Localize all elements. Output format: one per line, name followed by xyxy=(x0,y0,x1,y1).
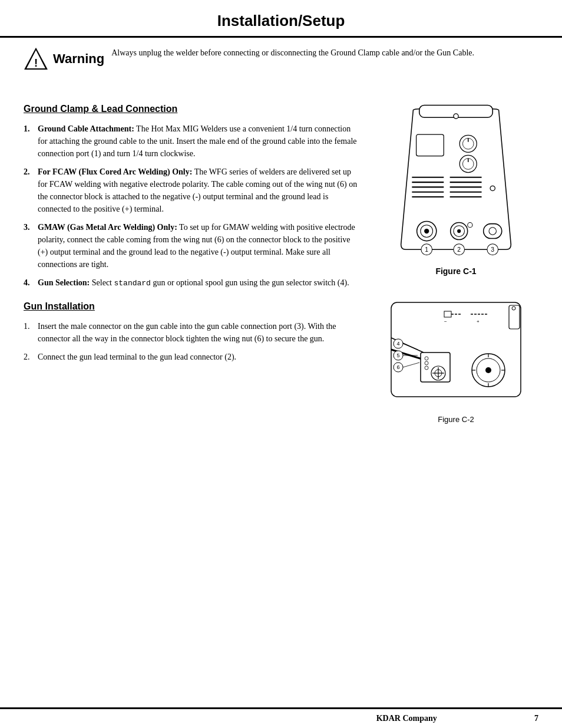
list-num: 4. xyxy=(24,276,34,289)
section1-list: 1. Ground Cable Attachment: The Hot Max … xyxy=(24,123,362,289)
section2-list: 1. Insert the male connector on the gun … xyxy=(24,320,362,363)
warning-section: ! Warning Always unplug the welder befor… xyxy=(0,38,562,80)
page-header: Installation/Setup xyxy=(0,0,562,38)
svg-point-41 xyxy=(512,307,515,310)
svg-text:3: 3 xyxy=(491,246,494,253)
warning-icon-wrap: ! Warning xyxy=(24,47,104,71)
item3-bold: GMAW (Gas Metal Arc Welding) Only: xyxy=(38,223,177,232)
warning-title: Warning xyxy=(53,51,104,67)
svg-point-55 xyxy=(425,361,428,365)
list-item: 3. GMAW (Gas Metal Arc Welding) Only: To… xyxy=(24,221,362,271)
item4-text1: Select xyxy=(92,278,114,287)
page-title: Installation/Setup xyxy=(24,12,538,30)
item2-bold: For FCAW (Flux Cored Arc Welding) Only: xyxy=(38,167,192,176)
list-content: Connect the gun lead terminal to the gun… xyxy=(38,351,236,363)
svg-point-5 xyxy=(454,114,458,118)
list-num: 2. xyxy=(24,166,34,215)
list-item: 2. Connect the gun lead terminal to the … xyxy=(24,351,362,363)
page-container: Installation/Setup ! Warning Always unpl… xyxy=(0,0,562,728)
list-content: For FCAW (Flux Cored Arc Welding) Only: … xyxy=(38,166,362,215)
item4-code: standard xyxy=(114,279,151,288)
svg-text:4: 4 xyxy=(396,341,399,347)
svg-point-56 xyxy=(425,366,428,370)
list-num: 1. xyxy=(24,123,34,160)
list-content: GMAW (Gas Metal Arc Welding) Only: To se… xyxy=(38,221,362,271)
list-num: 3. xyxy=(24,221,34,271)
list-content: Gun Selection: Select standard gun or op… xyxy=(38,276,362,289)
svg-text:−: − xyxy=(444,319,447,324)
figure-c2-container: − + xyxy=(385,294,527,424)
item4-text2: gun or optional spool gun using the gun … xyxy=(151,278,349,287)
svg-text:2: 2 xyxy=(457,246,461,253)
svg-text:6: 6 xyxy=(396,364,399,370)
figure-c1-diagram: 1 2 3 xyxy=(385,98,527,263)
list-item: 2. For FCAW (Flux Cored Arc Welding) Onl… xyxy=(24,166,362,215)
footer-company: KDAR Company xyxy=(279,714,535,723)
svg-rect-39 xyxy=(391,302,521,397)
warning-text: Always unplug the welder before connecti… xyxy=(111,47,474,59)
section2-heading: Gun Installation xyxy=(24,301,362,312)
content-area: Ground Clamp & Lead Connection 1. Ground… xyxy=(0,86,562,436)
svg-rect-6 xyxy=(416,134,444,156)
svg-text:5: 5 xyxy=(396,353,399,358)
svg-text:!: ! xyxy=(34,57,38,69)
svg-text:+: + xyxy=(477,319,480,324)
svg-point-29 xyxy=(457,229,461,233)
svg-point-54 xyxy=(425,357,428,360)
list-content: Insert the male connector on the gun cab… xyxy=(38,320,362,345)
list-item: 1. Insert the male connector on the gun … xyxy=(24,320,362,345)
list-num: 2. xyxy=(24,351,33,363)
list-num: 1. xyxy=(24,320,33,345)
svg-rect-44 xyxy=(444,311,451,317)
right-column: 1 2 3 Figure C-1 xyxy=(373,98,538,424)
page-footer: KDAR Company 7 xyxy=(0,707,562,728)
figure-c2-diagram: − + xyxy=(385,294,527,411)
list-item: 4. Gun Selection: Select standard gun or… xyxy=(24,276,362,289)
svg-point-23 xyxy=(490,186,495,190)
svg-point-59 xyxy=(485,367,491,373)
item4-bold: Gun Selection: xyxy=(38,278,90,287)
warning-icon: ! xyxy=(24,47,48,71)
left-column: Ground Clamp & Lead Connection 1. Ground… xyxy=(24,98,362,424)
list-item: 1. Ground Cable Attachment: The Hot Max … xyxy=(24,123,362,160)
footer-page: 7 xyxy=(534,714,538,723)
section1-heading: Ground Clamp & Lead Connection xyxy=(24,104,362,114)
svg-point-32 xyxy=(489,228,496,235)
figure-c2-label: Figure C-2 xyxy=(438,415,474,424)
figure-c1-label: Figure C-1 xyxy=(435,266,476,276)
svg-text:1: 1 xyxy=(425,246,428,253)
item1-bold: Ground Cable Attachment: xyxy=(38,124,134,133)
svg-point-26 xyxy=(424,229,429,233)
svg-point-30 xyxy=(468,223,472,228)
figure-c1-container: 1 2 3 Figure C-1 xyxy=(385,98,527,276)
list-content: Ground Cable Attachment: The Hot Max MIG… xyxy=(38,123,362,160)
